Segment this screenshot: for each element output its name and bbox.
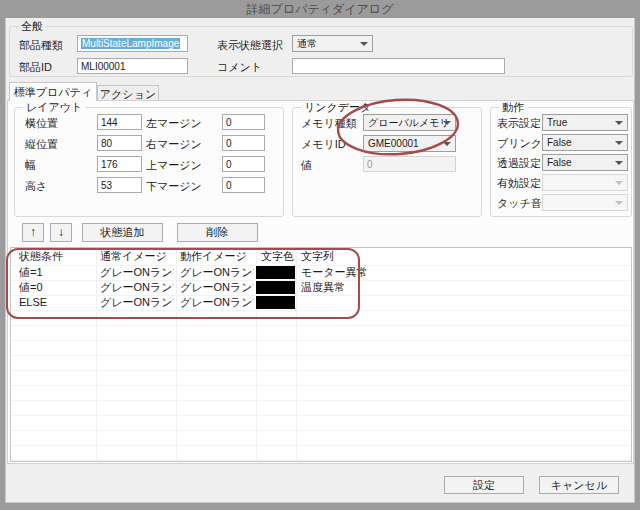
cell-text [301, 295, 451, 310]
bottom-margin-value: 0 [226, 180, 232, 191]
layout-group: レイアウト 横位置 144 縦位置 80 幅 176 高さ 53 左マージン 0… [14, 107, 284, 217]
transparency-setting-dropdown[interactable]: False [542, 154, 628, 171]
memory-type-dropdown[interactable]: グローバルメモリ [363, 114, 456, 131]
value-input: 0 [363, 156, 456, 172]
delete-button-label: 削除 [207, 226, 229, 238]
tab-standard-properties[interactable]: 標準プロパティ [9, 82, 97, 101]
header-normal-image: 通常イメージ [100, 248, 174, 265]
table-row[interactable]: 値=1 グレーONランプ グレーONランプ モーター異常 [11, 265, 631, 280]
cell-action-image: グレーONランプ [180, 295, 254, 310]
height-value: 53 [101, 180, 112, 191]
general-group: 全般 部品種類 MultiStateLampImage 表示状態選択 通常 部品… [9, 26, 633, 77]
behavior-group-label: 動作 [499, 101, 527, 113]
left-margin-value: 0 [226, 117, 232, 128]
cell-condition: ELSE [19, 295, 94, 310]
top-margin-input[interactable]: 0 [222, 156, 265, 172]
dialog-window: 詳細プロパティダイアログ 全般 部品種類 MultiStateLampImage… [0, 0, 640, 510]
display-state-value: 通常 [297, 38, 317, 49]
display-setting-value: True [547, 117, 567, 128]
blink-setting-value: False [547, 137, 571, 148]
blink-setting-dropdown[interactable]: False [542, 134, 628, 151]
table-row[interactable]: ELSE グレーONランプ グレーONランプ [11, 295, 631, 310]
tab-action[interactable]: アクション [97, 85, 159, 101]
header-text-string: 文字列 [301, 248, 421, 265]
touch-sound-label: タッチ音 [497, 195, 542, 211]
add-state-button[interactable]: 状態追加 [82, 223, 163, 242]
chevron-down-icon [443, 121, 451, 125]
table-row[interactable]: 値=0 グレーONランプ グレーONランプ 温度異常 [11, 280, 631, 295]
chevron-down-icon [615, 181, 623, 185]
header-state-condition: 状態条件 [19, 248, 94, 265]
link-data-group-label: リンクデータ [301, 101, 374, 113]
text-color-swatch [256, 266, 295, 279]
width-input[interactable]: 176 [97, 156, 142, 172]
y-position-input[interactable]: 80 [97, 135, 142, 151]
tab-standard-properties-label: 標準プロパティ [14, 86, 92, 98]
transparency-setting-label: 透過設定 [497, 155, 541, 171]
move-down-button[interactable]: ↓ [50, 223, 72, 242]
memory-type-value: グローバルメモリ [368, 117, 450, 128]
memory-id-value: GME00001 [368, 138, 419, 149]
delete-button[interactable]: 削除 [177, 223, 258, 242]
text-color-swatch [256, 281, 295, 294]
header-text-color: 文字色 [261, 248, 295, 265]
right-margin-value: 0 [226, 138, 232, 149]
layout-group-label: レイアウト [23, 101, 85, 113]
cell-text: モーター異常 [301, 265, 451, 280]
value-value: 0 [367, 159, 373, 170]
left-margin-input[interactable]: 0 [222, 114, 265, 130]
y-position-value: 80 [101, 138, 112, 149]
ok-button-label: 設定 [473, 479, 495, 491]
chevron-down-icon [615, 121, 623, 125]
part-id-input[interactable]: MLI00001 [77, 58, 188, 74]
top-margin-value: 0 [226, 159, 232, 170]
part-id-value: MLI00001 [81, 61, 125, 72]
bottom-margin-input[interactable]: 0 [222, 177, 265, 193]
up-arrow-icon: ↑ [30, 225, 36, 239]
chevron-down-icon [615, 141, 623, 145]
display-state-dropdown[interactable]: 通常 [292, 35, 373, 52]
chevron-down-icon [443, 142, 451, 146]
cell-normal-image: グレーONランプ [100, 265, 174, 280]
cancel-button[interactable]: キャンセル [539, 476, 619, 494]
tab-action-label: アクション [100, 88, 156, 100]
cancel-button-label: キャンセル [551, 479, 607, 491]
general-group-label: 全般 [18, 20, 46, 32]
x-position-input[interactable]: 144 [97, 114, 142, 130]
transparency-setting-value: False [547, 157, 571, 168]
text-color-swatch [256, 296, 295, 309]
title-bar: 詳細プロパティダイアログ [0, 0, 640, 18]
display-setting-label: 表示設定 [497, 115, 541, 131]
behavior-group: 動作 表示設定 True ブリンク設定 False 透過設定 False 有効設… [490, 107, 632, 217]
width-value: 176 [101, 159, 118, 170]
memory-id-label: メモリID [301, 136, 346, 152]
move-up-button[interactable]: ↑ [22, 223, 44, 242]
comment-input[interactable] [292, 58, 505, 74]
ok-button[interactable]: 設定 [444, 476, 524, 494]
cell-action-image: グレーONランプ [180, 265, 254, 280]
x-position-label: 横位置 [25, 115, 58, 131]
memory-type-label: メモリ種類 [301, 115, 357, 131]
cell-condition: 値=0 [19, 280, 94, 295]
cell-text: 温度異常 [301, 280, 451, 295]
y-position-label: 縦位置 [25, 136, 58, 152]
chevron-down-icon [615, 161, 623, 165]
value-label: 値 [301, 157, 312, 173]
dialog-body: 全般 部品種類 MultiStateLampImage 表示状態選択 通常 部品… [5, 18, 635, 503]
comment-label: コメント [217, 59, 262, 75]
link-data-group: リンクデータ メモリ種類 グローバルメモリ メモリID GME00001 値 0 [292, 107, 482, 217]
bottom-margin-label: 下マージン [146, 178, 202, 194]
right-margin-input[interactable]: 0 [222, 135, 265, 151]
part-type-input[interactable]: MultiStateLampImage [77, 35, 188, 52]
state-table[interactable]: 状態条件 通常イメージ 動作イメージ 文字色 文字列 値=1 グレーONランプ … [10, 247, 632, 462]
right-margin-label: 右マージン [146, 136, 202, 152]
height-input[interactable]: 53 [97, 177, 142, 193]
part-id-label: 部品ID [19, 59, 52, 75]
part-type-selected-text: MultiStateLampImage [81, 38, 180, 49]
x-position-value: 144 [101, 117, 118, 128]
dialog-title: 詳細プロパティダイアログ [247, 2, 394, 16]
chevron-down-icon [615, 201, 623, 205]
memory-id-dropdown[interactable]: GME00001 [363, 135, 456, 152]
add-state-button-label: 状態追加 [101, 226, 145, 238]
display-setting-dropdown[interactable]: True [542, 114, 628, 131]
